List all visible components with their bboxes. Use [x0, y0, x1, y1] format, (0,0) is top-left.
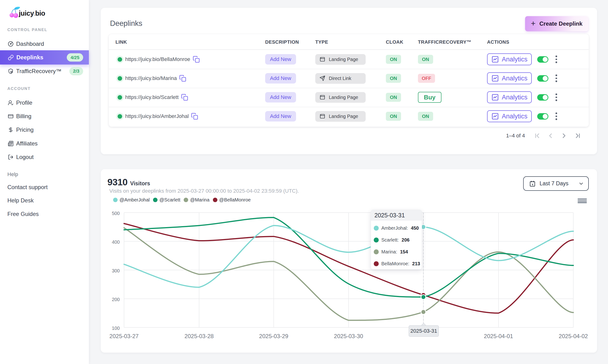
- svg-text:2025-03-28: 2025-03-28: [185, 333, 214, 339]
- svg-text:200: 200: [112, 297, 120, 302]
- svg-text:400: 400: [112, 239, 120, 245]
- svg-text:2025-03-30: 2025-03-30: [334, 333, 363, 339]
- svg-text:2025-04-02: 2025-04-02: [559, 333, 588, 339]
- svg-text:2025-03-29: 2025-03-29: [259, 333, 289, 339]
- svg-text:2025-03-27: 2025-03-27: [110, 333, 139, 339]
- svg-text:100: 100: [112, 325, 120, 331]
- svg-text:300: 300: [112, 268, 120, 273]
- svg-text:500: 500: [112, 211, 120, 216]
- svg-text:2025-04-01: 2025-04-01: [484, 333, 513, 339]
